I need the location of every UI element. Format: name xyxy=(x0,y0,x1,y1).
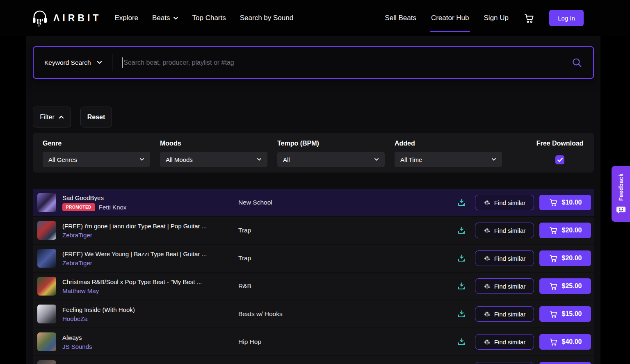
filter-field-tempo: Tempo (BPM) All xyxy=(277,140,385,173)
search-input[interactable] xyxy=(123,59,566,66)
free-download-icon[interactable] xyxy=(457,198,466,207)
brand-logo[interactable]: ΛIRBIT xyxy=(31,9,101,27)
beat-genre: Beats w/ Hooks xyxy=(238,310,457,318)
search-bar: Keyword Search xyxy=(33,46,594,79)
producer-link[interactable]: Fetti Knox xyxy=(99,204,127,211)
free-download-icon[interactable] xyxy=(457,309,466,319)
moods-select[interactable]: All Moods xyxy=(160,152,267,167)
nav-item-explore[interactable]: Explore xyxy=(114,14,138,22)
beat-title: Sad GoodByes xyxy=(62,194,238,201)
beat-genre: R&B xyxy=(238,282,457,290)
beat-title: Christmas R&B/Soul x Pop Type Beat - "My… xyxy=(62,278,238,285)
beat-subline: HoobeZa xyxy=(62,315,238,322)
tempo-select[interactable]: All xyxy=(277,152,385,167)
producer-link[interactable]: ZebraTiger xyxy=(62,232,92,239)
find-similar-label: Find similar xyxy=(494,227,526,234)
producer-link[interactable]: Matthew May xyxy=(62,287,99,294)
beat-info: (FREE) We Were Young | Bazzi Type Beat |… xyxy=(62,250,238,266)
cart-icon[interactable] xyxy=(523,13,534,24)
beat-title: (FREE) i'm gone | iann dior Type Beat | … xyxy=(62,223,238,230)
nav-item-creator-hub[interactable]: Creator Hub xyxy=(431,14,469,22)
find-similar-button[interactable]: Find similar xyxy=(475,250,534,266)
nav-item-top-charts[interactable]: Top Charts xyxy=(192,14,226,22)
navbar: ΛIRBIT Explore Beats Top Charts Search b… xyxy=(0,0,630,36)
search-icon[interactable] xyxy=(571,57,582,68)
beat-info: Feeling Inside (With Hook) HoobeZa xyxy=(62,306,238,322)
beat-info: Sad GoodByes PROMOTED Fetti Knox xyxy=(62,194,238,211)
beat-thumbnail[interactable] xyxy=(37,221,56,240)
search-mode-dropdown[interactable]: Keyword Search xyxy=(44,59,102,66)
producer-link[interactable]: JS Sounds xyxy=(62,343,92,350)
filter-toggle-button[interactable]: Filter xyxy=(33,107,71,127)
filter-field-added: Added All Time xyxy=(395,140,502,173)
content-area: Keyword Search Filter Reset xyxy=(26,36,600,364)
beat-thumbnail[interactable] xyxy=(37,249,56,268)
beat-genre: New School xyxy=(238,199,457,206)
beat-row[interactable]: Christmas R&B/Soul x Pop Type Beat - "My… xyxy=(33,273,594,300)
promoted-badge: PROMOTED xyxy=(62,203,95,211)
reset-filters-button[interactable]: Reset xyxy=(80,107,112,127)
find-similar-button[interactable]: Find similar xyxy=(475,306,534,322)
cart-icon xyxy=(549,282,558,291)
filter-label: Added xyxy=(395,140,502,147)
chevron-down-icon xyxy=(139,158,144,161)
beat-row[interactable]: Outside - Brooklyn x UK Drill Type Beat … xyxy=(33,356,594,364)
beat-row[interactable]: Always JS Sounds Hip Hop xyxy=(33,328,594,355)
free-download-icon[interactable] xyxy=(457,282,466,291)
filter-controls: Filter Reset xyxy=(33,107,594,127)
cart-icon xyxy=(549,309,558,318)
find-similar-label: Find similar xyxy=(494,283,526,290)
nav-item-sell-beats[interactable]: Sell Beats xyxy=(385,14,416,22)
add-to-cart-button[interactable]: $15.00 xyxy=(539,306,591,322)
find-similar-label: Find similar xyxy=(494,199,526,206)
find-similar-button[interactable]: Find similar xyxy=(475,223,534,238)
cart-icon xyxy=(549,254,558,263)
producer-link[interactable]: HoobeZa xyxy=(62,315,88,322)
nav-item-beats[interactable]: Beats xyxy=(152,14,178,22)
find-similar-button[interactable]: Find similar xyxy=(475,278,534,294)
row-actions: Find similar $20.00 xyxy=(457,250,591,266)
filter-label: Tempo (BPM) xyxy=(277,140,385,147)
free-download-icon[interactable] xyxy=(457,226,466,235)
price-label: $20.00 xyxy=(562,255,582,262)
tune-sliders-icon xyxy=(484,199,491,206)
nav-item-sign-up[interactable]: Sign Up xyxy=(484,14,509,22)
added-select[interactable]: All Time xyxy=(395,152,502,167)
beat-thumbnail[interactable] xyxy=(37,305,56,323)
filter-label: Free Download xyxy=(536,140,584,147)
beat-thumbnail[interactable] xyxy=(37,332,56,351)
nav-item-search-by-sound[interactable]: Search by Sound xyxy=(240,14,293,22)
row-actions: Find similar $40.00 xyxy=(457,334,591,350)
row-actions: Find similar $15.00 xyxy=(457,306,591,322)
free-download-icon[interactable] xyxy=(457,337,466,347)
find-similar-button[interactable]: Find similar xyxy=(475,334,534,350)
beat-list: Sad GoodByes PROMOTED Fetti Knox New Sch… xyxy=(33,189,594,364)
beat-row[interactable]: (FREE) We Were Young | Bazzi Type Beat |… xyxy=(33,245,594,272)
find-similar-label: Find similar xyxy=(494,339,526,346)
producer-link[interactable]: ZebraTiger xyxy=(62,259,92,266)
add-to-cart-button[interactable]: $40.00 xyxy=(539,334,591,350)
beat-subline: Matthew May xyxy=(62,287,238,294)
chevron-down-icon xyxy=(173,16,178,20)
beat-row[interactable]: Feeling Inside (With Hook) HoobeZa Beats… xyxy=(33,300,594,328)
free-download-checkbox[interactable] xyxy=(555,155,564,164)
log-in-button[interactable]: Log In xyxy=(549,10,584,26)
tune-sliders-icon xyxy=(484,339,491,346)
add-to-cart-button[interactable]: $25.00 xyxy=(539,278,591,294)
beat-genre: Trap xyxy=(238,227,457,234)
add-to-cart-button[interactable]: $20.00 xyxy=(539,223,591,238)
beat-row[interactable]: (FREE) i'm gone | iann dior Type Beat | … xyxy=(33,217,594,244)
free-download-icon[interactable] xyxy=(457,254,466,263)
find-similar-button[interactable]: Find similar xyxy=(475,195,534,210)
beat-thumbnail[interactable] xyxy=(37,193,56,212)
add-to-cart-button[interactable] xyxy=(539,362,591,364)
find-similar-button[interactable]: Find similar xyxy=(475,362,534,364)
add-to-cart-button[interactable]: $20.00 xyxy=(539,250,591,266)
feedback-tab[interactable]: Feedback xyxy=(612,166,630,222)
genre-select[interactable]: All Genres xyxy=(43,152,150,167)
add-to-cart-button[interactable]: $10.00 xyxy=(539,195,591,210)
beat-thumbnail[interactable] xyxy=(37,360,56,364)
beat-row[interactable]: Sad GoodByes PROMOTED Fetti Knox New Sch… xyxy=(33,189,594,216)
beat-thumbnail[interactable] xyxy=(37,277,56,296)
nav-right: Sell Beats Creator Hub Sign Up Log In xyxy=(385,10,584,26)
